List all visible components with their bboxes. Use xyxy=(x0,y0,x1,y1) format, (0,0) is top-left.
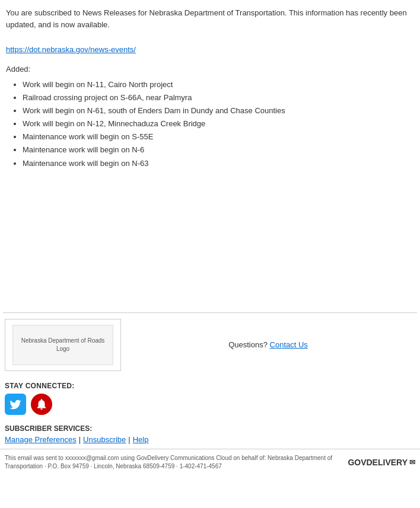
list-item: Maintenance work will begin on S-55E xyxy=(23,130,414,143)
help-link[interactable]: Help xyxy=(133,435,149,444)
stay-connected-section: STAY CONNECTED: xyxy=(0,377,420,423)
questions-text: Questions? xyxy=(228,340,268,349)
contact-area: Questions? Contact Us xyxy=(121,340,415,349)
news-list: Work will begin on N-11, Cairo North pro… xyxy=(6,78,414,170)
contact-us-link[interactable]: Contact Us xyxy=(270,340,308,349)
list-item: Railroad crossing project on S-66A, near… xyxy=(23,91,414,104)
added-section: Added: Work will begin on N-11, Cairo No… xyxy=(6,65,414,170)
govdelivery-logo: GOVDELIVERY ✉ xyxy=(348,458,415,467)
separator-1: | xyxy=(79,435,81,444)
envelope-icon: ✉ xyxy=(409,458,415,467)
spacer xyxy=(0,176,420,312)
main-content: You are subscribed to News Releases for … xyxy=(0,0,420,176)
list-item: Work will begin on N-61, south of Enders… xyxy=(23,104,414,117)
footer-top: Nebraska Department of Roads Logo Questi… xyxy=(0,313,420,377)
subscription-notice: You are subscribed to News Releases for … xyxy=(6,7,414,30)
notification-icon[interactable] xyxy=(31,394,52,415)
govdelivery-label: GOVDELIVERY xyxy=(348,458,408,467)
added-label: Added: xyxy=(6,65,414,74)
list-item: Work will begin on N-12, Minnechaduza Cr… xyxy=(23,117,414,130)
twitter-icon[interactable] xyxy=(5,394,26,415)
ndor-logo: Nebraska Department of Roads Logo xyxy=(12,325,113,365)
list-item: Maintenance work will begin on N-6 xyxy=(23,143,414,156)
unsubscribe-link[interactable]: Unsubscribe xyxy=(83,435,126,444)
bottom-footer: This email was sent to xxxxxxx@gmail.com… xyxy=(0,449,420,475)
logo-box: Nebraska Department of Roads Logo xyxy=(5,319,121,371)
list-item: Maintenance work will begin on N-63 xyxy=(23,157,414,170)
social-icons xyxy=(5,394,415,415)
subscriber-services-label: SUBSCRIBER SERVICES: xyxy=(5,424,415,433)
separator-2: | xyxy=(128,435,130,444)
footer-text: This email was sent to xxxxxxx@gmail.com… xyxy=(5,454,337,471)
subscriber-services-section: SUBSCRIBER SERVICES: Manage Preferences … xyxy=(0,423,420,449)
stay-connected-label: STAY CONNECTED: xyxy=(5,382,415,390)
list-item: Work will begin on N-11, Cairo North pro… xyxy=(23,78,414,91)
subscriber-links: Manage Preferences | Unsubscribe | Help xyxy=(5,435,415,444)
manage-preferences-link[interactable]: Manage Preferences xyxy=(5,435,77,444)
news-events-link[interactable]: https://dot.nebraska.gov/news-events/ xyxy=(6,45,136,54)
